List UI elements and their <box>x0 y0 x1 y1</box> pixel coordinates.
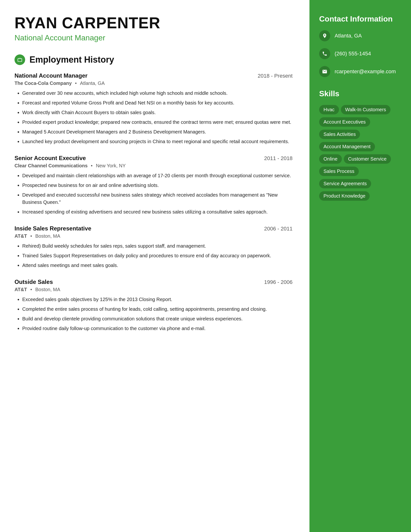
job-company: Clear Channel Communications • New York,… <box>15 163 292 169</box>
skills-section-title: Skills <box>319 89 401 98</box>
job-bullets: Rehired) Build weekly schedules for sale… <box>15 242 292 269</box>
contact-location: Atlanta, GA <box>319 30 401 41</box>
phone-text: (260) 555-1454 <box>335 50 371 57</box>
location-icon <box>319 30 330 41</box>
job-header: Outside Sales1996 - 2006 <box>15 279 292 285</box>
sidebar: Contact Information Atlanta, GA (260) 55… <box>309 0 411 532</box>
job-bullet-item: Forecast and reported Volume Gross Profi… <box>22 99 292 106</box>
skill-tag: Account Management <box>319 142 375 151</box>
job-company: The Coca-Cola Company • Atlanta, GA <box>15 81 292 86</box>
job-title: National Account Manager <box>15 72 87 79</box>
skill-tag: Walk-In Customers <box>341 105 391 114</box>
skill-tag: Customer Service <box>344 154 391 164</box>
skill-tag: Online <box>319 154 342 164</box>
job-bullet-item: Trained Sales Support Representatives on… <box>22 252 292 259</box>
job-dates: 2006 - 2011 <box>264 226 292 232</box>
job-block: Inside Sales Representative2006 - 2011AT… <box>15 225 292 269</box>
job-company: AT&T • Boston, MA <box>15 287 292 292</box>
job-header: Inside Sales Representative2006 - 2011 <box>15 225 292 232</box>
phone-icon <box>319 48 330 59</box>
job-title: Inside Sales Representative <box>15 225 91 232</box>
skill-tag: Hvac <box>319 105 339 114</box>
employment-section-header: Employment History <box>15 54 292 65</box>
job-bullet-item: Developed and executed successful new bu… <box>22 191 292 206</box>
employment-section-title: Employment History <box>29 55 114 65</box>
job-bullet-item: Rehired) Build weekly schedules for sale… <box>22 242 292 249</box>
contact-section-title: Contact Information <box>319 15 401 23</box>
main-content: RYAN CARPENTER National Account Manager … <box>0 0 309 356</box>
location-text: Atlanta, GA <box>335 32 362 40</box>
person-name: RYAN CARPENTER <box>15 15 292 31</box>
job-bullet-item: Exceeded sales goals objectives by 125% … <box>22 296 292 303</box>
briefcase-icon <box>15 54 25 65</box>
job-bullet-item: Build and develop clientele providing co… <box>22 315 292 322</box>
job-title: Outside Sales <box>15 279 53 285</box>
job-header: Senior Account Executive2011 - 2018 <box>15 155 292 162</box>
job-bullet-item: Provided expert product knowledge; prepa… <box>22 118 292 126</box>
job-bullets: Exceeded sales goals objectives by 125% … <box>15 296 292 332</box>
jobs-container: National Account Manager2018 - PresentTh… <box>15 72 292 332</box>
job-dates: 2011 - 2018 <box>264 155 292 162</box>
job-block: Outside Sales1996 - 2006AT&T • Boston, M… <box>15 279 292 332</box>
job-company: AT&T • Boston, MA <box>15 233 292 239</box>
skills-container: HvacWalk-In CustomersAccount ExecutivesS… <box>319 105 401 204</box>
email-text: rcarpenter@example.com <box>335 68 396 76</box>
skill-tag: Product Knowledge <box>319 191 370 201</box>
job-header: National Account Manager2018 - Present <box>15 72 292 79</box>
email-icon <box>319 66 330 77</box>
contact-phone: (260) 555-1454 <box>319 48 401 59</box>
person-title: National Account Manager <box>15 33 292 42</box>
job-bullet-item: Attend sales meetings and meet sales goa… <box>22 262 292 269</box>
job-dates: 2018 - Present <box>258 73 292 79</box>
skill-tag: Sales Process <box>319 167 359 176</box>
job-bullet-item: Developed and maintain client relationsh… <box>22 172 292 179</box>
skill-tag: Account Executives <box>319 117 370 127</box>
job-bullet-item: Work directly with Chain Account Buyers … <box>22 109 292 116</box>
skill-tag: Service Agreements <box>319 179 371 188</box>
job-dates: 1996 - 2006 <box>264 279 292 285</box>
job-bullet-item: Increased spending of existing advertise… <box>22 208 292 216</box>
job-bullet-item: Launched key product development and sou… <box>22 138 292 145</box>
job-bullets: Generated over 30 new accounts, which in… <box>15 89 292 145</box>
job-bullet-item: Generated over 30 new accounts, which in… <box>22 89 292 97</box>
job-bullet-item: Completed the entire sales process of hu… <box>22 305 292 313</box>
job-bullets: Developed and maintain client relationsh… <box>15 172 292 216</box>
contact-email: rcarpenter@example.com <box>319 66 401 77</box>
skill-tag: Sales Activities <box>319 130 360 139</box>
job-bullet-item: Managed 5 Account Development Managers a… <box>22 128 292 135</box>
job-bullet-item: Prospected new business for on air and o… <box>22 182 292 189</box>
job-block: National Account Manager2018 - PresentTh… <box>15 72 292 145</box>
job-bullet-item: Provided routine daily follow-up communi… <box>22 325 292 332</box>
job-block: Senior Account Executive2011 - 2018Clear… <box>15 155 292 216</box>
skills-section: Skills HvacWalk-In CustomersAccount Exec… <box>319 89 401 204</box>
job-title: Senior Account Executive <box>15 155 86 162</box>
